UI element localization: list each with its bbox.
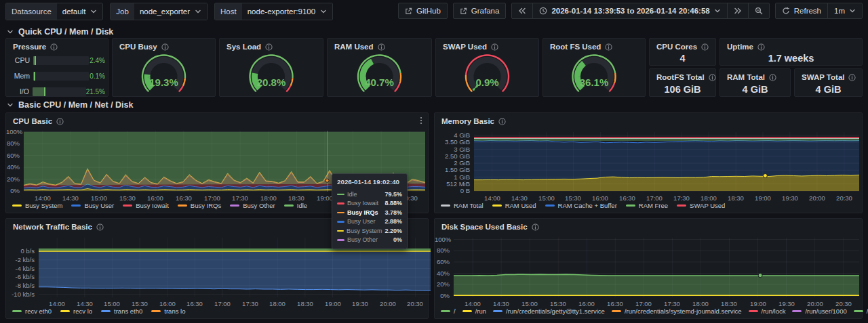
info-icon[interactable] [378,43,385,51]
info-icon[interactable] [701,43,709,51]
y-axis-label: 40% [6,164,20,171]
refresh-button[interactable]: Refresh [775,3,828,19]
gauge-value: 36.1% [580,77,609,88]
legend-series-dash [178,204,187,207]
dashboard-toolbar: GitHub Grafana 2026-01-14 13:39:53 to 20… [398,3,863,19]
panel-title: Root FS Used [550,43,601,51]
section-quick-cpu-mem-disk[interactable]: Quick CPU / Mem / Disk [7,27,113,37]
legend-item[interactable]: /run/lock [749,307,786,315]
chart-hover-tooltip: 2026-01-14 19:02:40 Idle79.5% Busy Iowai… [332,173,408,249]
zoom-out-time-button[interactable] [748,3,770,19]
x-axis-label: 18:30 [292,301,319,307]
datasource-select[interactable]: default [57,3,103,20]
info-icon[interactable] [498,118,506,125]
y-axis-label: 60% [435,259,450,265]
panel-title: RootFS Total [656,73,705,81]
legend-series-dash [441,310,450,312]
panel-menu-icon[interactable] [417,116,425,125]
host-control[interactable]: Host node-exporter:9100 [214,3,333,20]
x-axis-label: 15:00 [98,301,125,307]
info-icon[interactable] [50,43,58,51]
info-icon[interactable] [56,118,64,125]
y-axis-label: 0 b/s [6,248,35,255]
host-select[interactable]: node-exporter:9100 [242,3,332,20]
panel-uptime: Uptime 1.7 weeks [719,38,863,66]
grafana-link-button[interactable]: Grafana [453,3,507,19]
y-axis-label: -8 kb/s [6,282,35,289]
y-axis-label: -2 kb/s [6,257,35,263]
legend-series-dash [492,204,502,207]
legend-item[interactable]: /run [462,307,486,315]
legend-item[interactable]: /run/credentials/getty@tty1.service [493,307,605,315]
legend-item[interactable]: /tmp [854,307,868,315]
legend-item[interactable]: /run/user/1000 [792,307,846,315]
info-icon[interactable] [709,74,716,81]
x-axis-label: 14:00 [459,301,486,307]
section-chevron-icon [7,102,14,108]
legend-item[interactable]: Busy User [71,202,114,209]
info-icon[interactable] [605,43,612,51]
x-axis-label: 18:30 [283,195,310,202]
y-axis-label: -6 kb/s [6,274,35,280]
x-axis-label: 20:00 [804,195,831,202]
legend-item[interactable]: trans eth0 [101,307,142,315]
panel-swap-total: SWAP Total 4 GiB [794,68,863,97]
info-icon[interactable] [848,74,856,81]
time-range-picker[interactable]: 2026-01-14 13:39:53 to 2026-01-14 20:46:… [532,3,727,19]
info-icon[interactable] [265,43,273,51]
legend-item[interactable]: Busy IRQs [178,202,221,209]
panel-title: Sys Load [226,43,261,51]
legend-item[interactable]: RAM Cache + Buffer [545,202,617,209]
legend-item[interactable]: /run/credentials/systemd-journald.servic… [612,307,742,315]
legend-item[interactable]: RAM Free [626,202,668,209]
info-icon[interactable] [96,223,104,231]
job-control[interactable]: Job node_exporter [110,3,208,20]
chevron-down-icon [90,8,97,15]
legend-series-dash [545,204,555,207]
job-select[interactable]: node_exporter [134,3,207,20]
legend-item[interactable]: recv eth0 [12,307,52,315]
legend-item[interactable]: RAM Total [441,202,484,209]
x-axis-label: 15:00 [516,301,543,307]
time-picker-group: 2026-01-14 13:39:53 to 2026-01-14 20:46:… [511,3,769,19]
legend-item[interactable]: Busy System [12,202,62,209]
host-label: Host [215,3,242,20]
x-axis-label: 19:00 [319,301,347,307]
chevron-down-icon [849,7,856,14]
info-icon[interactable] [161,43,169,51]
info-icon[interactable] [532,223,539,231]
legend-item[interactable]: SWAP Used [677,202,725,209]
cpu-legend: Busy SystemBusy UserBusy IowaitBusy IRQs… [12,202,307,209]
legend-item[interactable]: Busy Iowait [123,202,169,209]
info-icon[interactable] [769,74,776,81]
datasource-control[interactable]: Datasource default [5,3,103,20]
github-link-button[interactable]: GitHub [398,3,448,19]
time-shift-back-button[interactable] [511,3,533,19]
section-basic-cpu-mem-net-disk[interactable]: Basic CPU / Mem / Net / Disk [7,100,134,110]
legend-series-dash [462,310,472,312]
time-shift-forward-button[interactable] [727,3,749,19]
legend-series-dash [12,310,22,312]
chevron-down-icon [195,8,201,15]
disk-chart-plot[interactable] [454,238,859,297]
x-axis-label: 16:00 [142,195,169,202]
legend-series-dash [71,204,81,207]
mem-chart-plot[interactable] [474,132,859,192]
gauge-value: 19.3% [149,77,178,88]
x-axis-label: 18:00 [695,195,722,202]
legend-item[interactable]: trans lo [151,307,185,315]
info-icon[interactable] [491,43,498,51]
legend-item[interactable]: / [441,307,456,315]
x-axis-label: 16:00 [154,301,181,307]
refresh-interval-select[interactable]: 1m [827,3,863,19]
y-axis-label: 100% [6,129,20,135]
legend-item[interactable]: recv lo [60,307,92,315]
external-link-icon [460,7,467,15]
panel-title: CPU Basic [13,117,52,125]
panel-sys-load: Sys Load 20.8% [219,38,323,97]
info-icon[interactable] [757,43,765,51]
legend-item[interactable]: Idle [284,202,307,209]
legend-item[interactable]: RAM Used [492,202,536,209]
chevron-down-icon [320,8,327,15]
legend-item[interactable]: Busy Other [230,202,275,209]
